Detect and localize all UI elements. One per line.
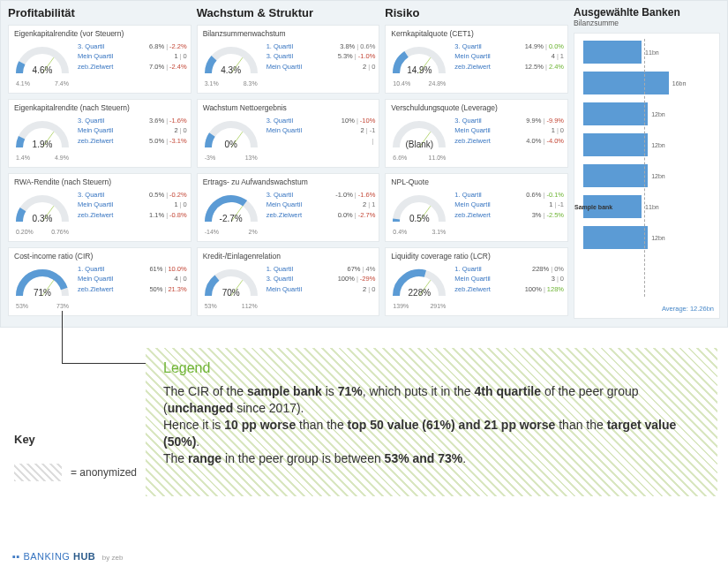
bar-row: 11bn <box>583 41 687 64</box>
gauge-max: 8.3% <box>244 80 258 87</box>
card-p1[interactable]: Eigenkapitalrendite (vor Steuern) 4.6% 4… <box>8 25 191 94</box>
card-g3[interactable]: Ertrags- zu Aufwandswachstum -2.7% -14% … <box>197 173 380 242</box>
card-stats: 1. Quartil0.6%|-0.1% Mein Quartil1|-1 ze… <box>454 190 564 220</box>
gauge-value: 1.9% <box>14 140 71 149</box>
bar <box>583 41 642 64</box>
bar <box>583 133 648 156</box>
gauge-min: 53% <box>16 303 28 309</box>
avg-label: Average: 12.26bn <box>662 305 714 313</box>
gauge-icon: 228% 139% 291% <box>391 268 447 298</box>
bar-chart: 11bn 16bn 12bn 12bn 12bn Sample bank 11b… <box>574 33 720 319</box>
card-stats: 1. Quartil228%|0% Mein Quartil3|0 zeb.Zi… <box>454 264 564 294</box>
card-stats: 1. Quartil3.8%|0.6% 3. Quartil5.3%|-1.0%… <box>266 42 376 72</box>
gauge-max: 24.8% <box>428 80 446 87</box>
column-risk: Risiko Kernkapitalquote (CET1) 14.9% 10.… <box>385 6 568 321</box>
bar-value: 12bn <box>651 111 665 117</box>
gauge-value: 0% <box>203 140 259 149</box>
card-title: RWA-Rendite (nach Steuern) <box>14 177 185 186</box>
column-header: Profitabilität <box>8 6 191 19</box>
card-g1[interactable]: Bilanzsummenwachstum 4.3% 3.1% 8.3% 1. Q… <box>197 25 380 94</box>
bar <box>583 72 669 94</box>
card-title: Bilanzsummenwachstum <box>203 29 374 38</box>
gauge-value: 0.3% <box>14 214 71 223</box>
card-stats: 1. Quartil61%|10.0% Mein Quartil4|0 zeb.… <box>78 264 187 294</box>
gauge-max: 0.76% <box>51 229 69 235</box>
avg-line <box>644 39 645 297</box>
gauge-value: (Blank) <box>391 140 447 149</box>
card-stats: 3. Quartil14.9%|0.0% Mein Quartil4|1 zeb… <box>454 42 564 72</box>
card-title: Liquidity coverage ratio (LCR) <box>391 252 562 261</box>
brand-logo: ▪▪ BANKING HUB by zeb <box>12 551 123 562</box>
gauge-value: 14.9% <box>391 65 447 75</box>
column-profit: Profitabilität Eigenkapitalrendite (vor … <box>8 6 191 321</box>
legend-callout: Legend The CIR of the sample bank is 71%… <box>146 348 717 496</box>
card-p4[interactable]: Cost-income ratio (CIR) 71% 53% 73% 1. Q… <box>8 247 191 316</box>
gauge-value: 70% <box>203 288 259 298</box>
bar-row: 12bn <box>583 102 687 125</box>
card-p2[interactable]: Eigenkapitalrendite (nach Steuern) 1.9% … <box>8 99 191 168</box>
gauge-icon: (Blank) 6.6% 11.0% <box>391 119 447 149</box>
gauge-value: 228% <box>391 288 447 298</box>
card-r2[interactable]: Verschuldungsquote (Leverage) (Blank) 6.… <box>385 99 568 168</box>
card-g4[interactable]: Kredit-/Einlagenrelation 70% 53% 112% 1.… <box>197 247 380 316</box>
gauge-icon: 0.5% 0.4% 3.1% <box>391 193 447 223</box>
column-header: Wachstum & Struktur <box>197 6 380 19</box>
gauge-max: 11.0% <box>428 155 446 161</box>
gauge-max: 4.9% <box>55 155 69 161</box>
gauge-min: 10.4% <box>393 80 410 87</box>
bar-row: 12bn <box>583 133 687 156</box>
side-subtitle: Bilanzsumme <box>574 19 720 27</box>
gauge-max: 73% <box>56 303 69 309</box>
bar-value: 11bn <box>645 49 659 56</box>
side-panel: Ausgewählte Banken Bilanzsumme 11bn 16bn… <box>574 6 720 321</box>
gauge-value: 4.6% <box>14 65 71 75</box>
card-stats: 3. Quartil10%|-10% Mein Quartil2|-1 | <box>266 116 376 146</box>
gauge-min: 0.4% <box>393 229 407 235</box>
gauge-icon: 70% 53% 112% <box>203 268 259 298</box>
bar <box>583 226 648 249</box>
card-p3[interactable]: RWA-Rendite (nach Steuern) 0.3% 0.20% 0.… <box>8 173 191 242</box>
gauge-icon: 0% -3% 13% <box>203 119 259 149</box>
bar-value: 12bn <box>651 173 665 179</box>
gauge-icon: 4.6% 4.1% 7.4% <box>14 45 71 75</box>
gauge-icon: 4.3% 3.1% 8.3% <box>203 45 259 75</box>
bar-value: 16bn <box>672 80 687 87</box>
gauge-value: 0.5% <box>391 214 447 223</box>
legend-title: Legend <box>163 360 700 376</box>
gauge-icon: 0.3% 0.20% 0.76% <box>14 193 71 223</box>
gauge-icon: 1.9% 1.4% 4.9% <box>14 119 71 149</box>
card-title: Eigenkapitalrendite (nach Steuern) <box>14 103 185 112</box>
card-stats: 3. Quartil0.5%|-0.2% Mein Quartil1|0 zeb… <box>78 190 187 220</box>
gauge-value: 4.3% <box>203 65 259 75</box>
card-r1[interactable]: Kernkapitalquote (CET1) 14.9% 10.4% 24.8… <box>385 25 568 94</box>
gauge-min: -14% <box>205 229 219 235</box>
card-title: Wachstum Nettoergebnis <box>203 103 374 112</box>
gauge-min: -3% <box>205 155 215 161</box>
gauge-max: 112% <box>242 303 258 309</box>
bar-row: 12bn <box>583 226 687 249</box>
gauge-icon: 71% 53% 73% <box>14 268 71 298</box>
card-r4[interactable]: Liquidity coverage ratio (LCR) 228% 139%… <box>385 247 568 316</box>
gauge-icon: 14.9% 10.4% 24.8% <box>391 45 447 75</box>
card-r3[interactable]: NPL-Quote 0.5% 0.4% 3.1% 1. Quartil0.6%|… <box>385 173 568 242</box>
anon-label: = anonymized <box>71 466 137 479</box>
bar-value: 12bn <box>651 235 665 241</box>
gauge-icon: -2.7% -14% 2% <box>203 193 259 223</box>
card-stats: 3. Quartil6.8%|-2.2% Mein Quartil1|0 zeb… <box>78 42 187 72</box>
dashboard-panel: Profitabilität Eigenkapitalrendite (vor … <box>0 0 728 328</box>
bar <box>583 102 648 125</box>
bar-row: 16bn <box>583 72 687 94</box>
card-title: Verschuldungsquote (Leverage) <box>391 103 562 112</box>
gauge-min: 1.4% <box>16 155 30 161</box>
side-title: Ausgewählte Banken <box>574 6 720 19</box>
key-heading: Key <box>14 433 35 446</box>
card-g2[interactable]: Wachstum Nettoergebnis 0% -3% 13% 3. Qua… <box>197 99 380 168</box>
bar-value: 11bn <box>645 204 659 210</box>
sample-bank-label: Sample bank <box>574 204 612 210</box>
gauge-min: 0.20% <box>16 229 34 235</box>
bar-row: 12bn <box>583 164 687 187</box>
bar-row: Sample bank 11bn <box>583 195 687 218</box>
card-title: Kernkapitalquote (CET1) <box>391 29 562 38</box>
card-title: Eigenkapitalrendite (vor Steuern) <box>14 29 185 38</box>
card-stats: 3. Quartil-1.0%|-1.6% Mein Quartil2|1 ze… <box>266 190 376 220</box>
